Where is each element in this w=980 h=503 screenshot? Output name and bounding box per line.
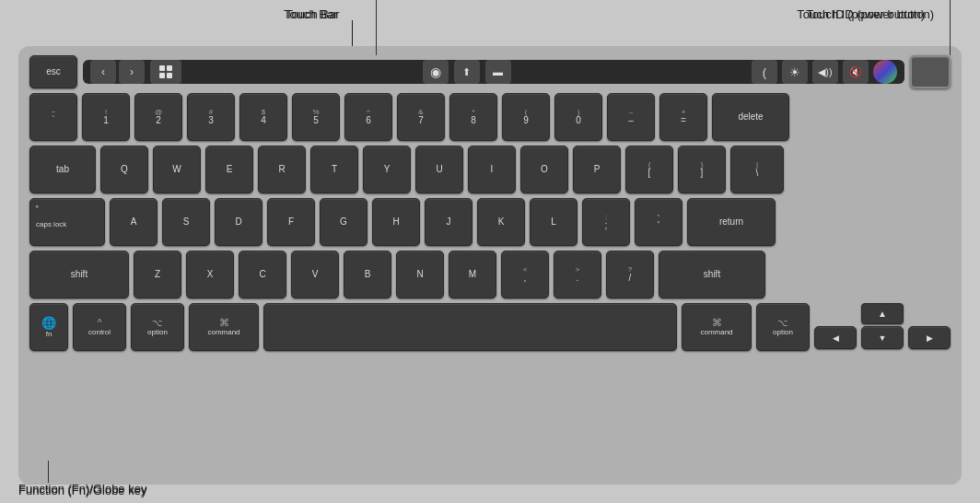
s-key[interactable]: S (162, 198, 210, 246)
tb-share-button[interactable]: ⬆ (454, 60, 480, 84)
period-key[interactable]: > . (554, 251, 601, 298)
tb-grid-button[interactable] (150, 60, 181, 84)
a-key[interactable]: A (110, 198, 158, 246)
touch-bar-strip: ‹ › ◉ ⬆ ▬ ( ☀ ◀)) 🔇 (83, 60, 904, 84)
j-key[interactable]: J (425, 198, 472, 246)
caps-lock-key[interactable]: ● caps lock (29, 198, 105, 246)
c-key[interactable]: C (239, 251, 286, 298)
tb-back-button[interactable]: ‹ (90, 60, 116, 84)
close-bracket-key[interactable]: } ] (678, 146, 726, 193)
x-key[interactable]: X (186, 251, 234, 298)
spacebar-key[interactable] (263, 303, 677, 351)
y-key[interactable]: Y (363, 146, 411, 193)
f-key[interactable]: F (267, 198, 315, 246)
svg-rect-1 (167, 65, 172, 71)
k-key[interactable]: K (477, 198, 525, 246)
slash-key[interactable]: ? / (606, 251, 654, 298)
comma-key[interactable]: < , (501, 251, 549, 298)
arrow-cluster: ▲ ◀ ▼ ▶ (814, 303, 951, 351)
control-key[interactable]: ^ control (73, 303, 126, 351)
touch-id-line (950, 0, 951, 55)
fn-globe-label: Function (Fn)/Globe key (18, 484, 146, 497)
touch-bar-line (376, 0, 377, 55)
esc-label: esc (46, 67, 61, 76)
tb-brightness-icon[interactable]: ☀ (782, 60, 808, 84)
w-key[interactable]: W (153, 146, 201, 193)
3-key[interactable]: # 3 (187, 93, 235, 141)
tb-volume-icon[interactable]: ◀)) (812, 60, 838, 84)
tb-siri-icon[interactable] (873, 60, 897, 84)
d-key[interactable]: D (215, 198, 262, 246)
command-right-key[interactable]: ⌘ command (682, 303, 752, 351)
m-key[interactable]: M (449, 251, 496, 298)
n-key[interactable]: N (396, 251, 444, 298)
1-key[interactable]: ! 1 (82, 93, 130, 141)
o-key[interactable]: O (520, 146, 568, 193)
l-key[interactable]: L (530, 198, 578, 246)
h-key[interactable]: H (372, 198, 420, 246)
minus-key[interactable]: – – (607, 93, 655, 141)
5-key[interactable]: % 5 (292, 93, 340, 141)
6-key[interactable]: ^ 6 (344, 93, 392, 141)
arrow-down-key[interactable]: ▼ (861, 326, 904, 349)
zxcv-row: shift Z X C V B N M < , > . ? / shift (29, 251, 951, 298)
keyboard: esc ‹ › ◉ ⬆ ▬ ( ☀ ◀)) 🔇 (18, 46, 962, 485)
asdf-row: ● caps lock A S D F G H J K L : ; " ' re… (29, 198, 951, 246)
b-key[interactable]: B (344, 251, 391, 298)
tb-mute-icon[interactable]: 🔇 (843, 60, 869, 84)
semicolon-key[interactable]: : ; (582, 198, 630, 246)
tb-eye-button[interactable]: ◉ (423, 60, 449, 84)
p-key[interactable]: P (573, 146, 621, 193)
shift-right-key[interactable]: shift (659, 251, 765, 298)
tb-controls: ( ☀ ◀)) 🔇 (752, 60, 897, 84)
tb-nav-buttons: ‹ › (90, 60, 145, 84)
0-key[interactable]: ) 0 (554, 93, 602, 141)
g-key[interactable]: G (320, 198, 368, 246)
r-key[interactable]: R (258, 146, 306, 193)
delete-key[interactable]: delete (712, 93, 789, 141)
v-key[interactable]: V (291, 251, 339, 298)
tb-expand-icon[interactable]: ( (752, 60, 777, 84)
touch-bar-row: esc ‹ › ◉ ⬆ ▬ ( ☀ ◀)) 🔇 (29, 55, 951, 88)
z-key[interactable]: Z (134, 251, 181, 298)
fn-globe-line (48, 461, 49, 483)
t-key[interactable]: T (310, 146, 358, 193)
7-key[interactable]: & 7 (397, 93, 445, 141)
e-key[interactable]: E (205, 146, 253, 193)
q-key[interactable]: Q (100, 146, 148, 193)
touch-id-key[interactable] (910, 55, 951, 88)
number-row: ~ ` ! 1 @ 2 # 3 $ 4 % 5 ^ 6 & 7 (29, 93, 951, 141)
touch-bar-label: Touch Bar (284, 7, 338, 21)
tab-key[interactable]: tab (29, 146, 96, 193)
svg-rect-2 (159, 73, 165, 78)
tb-forward-button[interactable]: › (119, 60, 145, 84)
option-left-key[interactable]: ⌥ option (131, 303, 184, 351)
touch-id-label: Touch ID (power button) (806, 7, 934, 21)
shift-left-key[interactable]: shift (29, 251, 129, 298)
9-key[interactable]: ( 9 (502, 93, 550, 141)
command-left-key[interactable]: ⌘ command (189, 303, 259, 351)
arrow-right-key[interactable]: ▶ (908, 326, 951, 349)
qwerty-row: tab Q W E R T Y U I O P { [ } ] | \ (29, 146, 951, 193)
fn-key[interactable]: 🌐 fn (29, 303, 68, 351)
8-key[interactable]: * 8 (449, 93, 497, 141)
arrow-up-key[interactable]: ▲ (861, 303, 904, 324)
arrow-top-row: ▲ (814, 303, 951, 324)
svg-rect-0 (159, 65, 165, 71)
backslash-key[interactable]: | \ (730, 146, 784, 193)
arrow-left-key[interactable]: ◀ (814, 326, 857, 349)
4-key[interactable]: $ 4 (239, 93, 287, 141)
equals-key[interactable]: + = (659, 93, 707, 141)
bottom-row: 🌐 fn ^ control ⌥ option ⌘ command ⌘ comm… (29, 303, 951, 351)
arrow-bottom-row: ◀ ▼ ▶ (814, 326, 951, 349)
2-key[interactable]: @ 2 (134, 93, 182, 141)
open-bracket-key[interactable]: { [ (625, 146, 673, 193)
u-key[interactable]: U (415, 146, 463, 193)
option-right-key[interactable]: ⌥ option (756, 303, 810, 351)
return-key[interactable]: return (687, 198, 776, 246)
i-key[interactable]: I (468, 146, 516, 193)
backtick-key[interactable]: ~ ` (29, 93, 77, 141)
tb-screen-button[interactable]: ▬ (485, 60, 511, 84)
esc-key[interactable]: esc (29, 55, 77, 88)
quote-key[interactable]: " ' (635, 198, 682, 246)
